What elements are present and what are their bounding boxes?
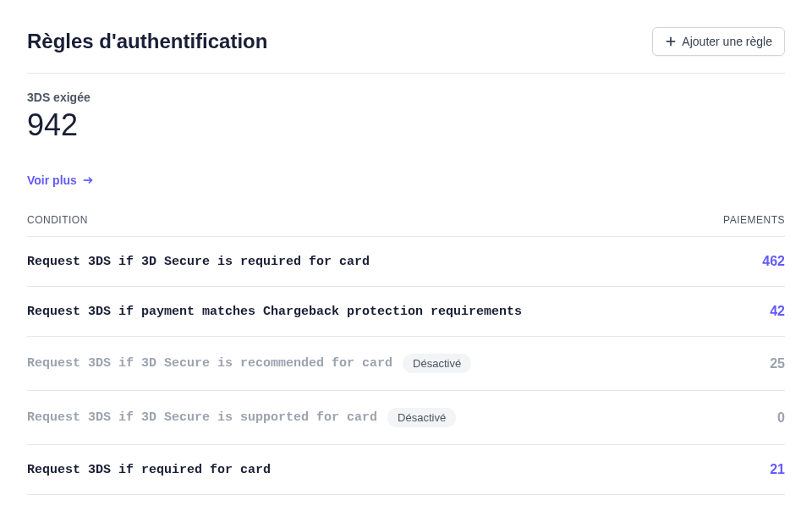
payment-count: 25 xyxy=(770,356,785,371)
add-rule-label: Ajouter une règle xyxy=(682,35,772,48)
condition-text: Request 3DS if 3D Secure is supported fo… xyxy=(27,410,377,425)
condition-cell: Request 3DS if payment matches Chargebac… xyxy=(27,305,522,319)
stats-section: 3DS exigée 942 xyxy=(27,74,785,157)
condition-cell: Request 3DS if required for card xyxy=(27,463,271,477)
page-title: Règles d'authentification xyxy=(27,30,267,53)
arrow-right-icon xyxy=(82,174,94,186)
column-header-payments: PAIEMENTS xyxy=(723,214,785,226)
table-row[interactable]: Request 3DS if payment matches Chargebac… xyxy=(27,287,785,337)
table-row[interactable]: Request 3DS if 3D Secure is required for… xyxy=(27,237,785,287)
table-row[interactable]: Request 3DS if 3D Secure is recommended … xyxy=(27,337,785,391)
header: Règles d'authentification Ajouter une rè… xyxy=(27,27,785,74)
table-row[interactable]: Request 3DS if required for card21 xyxy=(27,445,785,495)
condition-text: Request 3DS if required for card xyxy=(27,463,271,477)
table-row[interactable]: Request 3DS if 3D Secure is supported fo… xyxy=(27,391,785,445)
plus-icon xyxy=(665,36,677,47)
payment-count: 21 xyxy=(770,462,785,477)
table-body: Request 3DS if 3D Secure is required for… xyxy=(27,237,785,495)
condition-cell: Request 3DS if 3D Secure is recommended … xyxy=(27,354,471,373)
condition-text: Request 3DS if 3D Secure is required for… xyxy=(27,255,370,269)
see-more-link[interactable]: Voir plus xyxy=(27,173,94,187)
disabled-badge: Désactivé xyxy=(387,408,456,427)
payment-count: 462 xyxy=(762,254,785,269)
authentication-rules-card: Règles d'authentification Ajouter une rè… xyxy=(27,27,785,495)
add-rule-button[interactable]: Ajouter une règle xyxy=(652,27,785,56)
payment-count: 0 xyxy=(777,410,785,426)
stat-label: 3DS exigée xyxy=(27,91,785,104)
condition-text: Request 3DS if 3D Secure is recommended … xyxy=(27,356,392,371)
see-more-label: Voir plus xyxy=(27,173,77,187)
condition-text: Request 3DS if payment matches Chargebac… xyxy=(27,305,522,319)
stat-value: 942 xyxy=(27,107,785,143)
column-header-condition: CONDITION xyxy=(27,214,88,226)
table-header: CONDITION PAIEMENTS xyxy=(27,214,785,237)
disabled-badge: Désactivé xyxy=(403,354,471,373)
condition-cell: Request 3DS if 3D Secure is supported fo… xyxy=(27,408,456,427)
condition-cell: Request 3DS if 3D Secure is required for… xyxy=(27,255,370,269)
payment-count: 42 xyxy=(770,304,785,319)
